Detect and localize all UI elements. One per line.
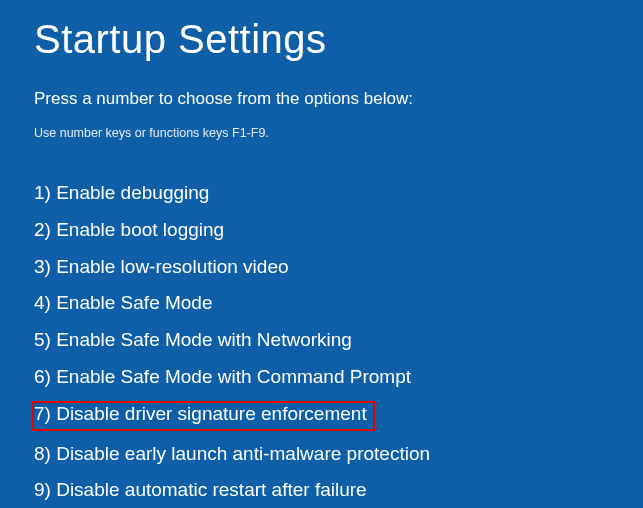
option-1[interactable]: 1) Enable debugging xyxy=(34,180,213,207)
option-6[interactable]: 6) Enable Safe Mode with Command Prompt xyxy=(34,364,415,391)
option-7[interactable]: 7) Disable driver signature enforcement xyxy=(32,401,375,431)
option-9[interactable]: 9) Disable automatic restart after failu… xyxy=(34,477,371,504)
option-5[interactable]: 5) Enable Safe Mode with Networking xyxy=(34,327,356,354)
option-8[interactable]: 8) Disable early launch anti-malware pro… xyxy=(34,441,434,468)
option-3[interactable]: 3) Enable low-resolution video xyxy=(34,254,293,281)
option-4[interactable]: 4) Enable Safe Mode xyxy=(34,290,217,317)
page-title: Startup Settings xyxy=(34,18,609,60)
hint-text: Use number keys or functions keys F1-F9. xyxy=(34,126,609,140)
instruction-text: Press a number to choose from the option… xyxy=(34,88,609,110)
option-2[interactable]: 2) Enable boot logging xyxy=(34,217,228,244)
